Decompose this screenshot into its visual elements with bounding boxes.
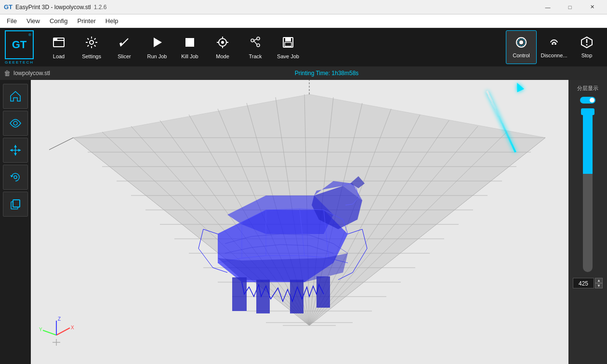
track-icon <box>249 36 262 52</box>
main-area: X Y Z 分层显示 425 <box>0 80 607 364</box>
svg-rect-2 <box>53 38 57 40</box>
svg-marker-37 <box>10 175 13 177</box>
maximize-button[interactable]: □ <box>559 0 581 14</box>
svg-point-13 <box>251 39 254 42</box>
app-logo: ® GT GEEETECH <box>5 30 34 65</box>
svg-point-3 <box>90 40 93 44</box>
sidebar-home-button[interactable] <box>3 84 28 109</box>
app-version: 1.2.6 <box>94 4 107 11</box>
disconnect-label: Disconne... <box>541 52 567 58</box>
svg-rect-82 <box>317 276 330 308</box>
viewport[interactable]: X Y Z <box>31 80 568 364</box>
svg-marker-34 <box>14 153 17 156</box>
svg-marker-35 <box>10 149 13 152</box>
svg-line-16 <box>254 39 257 40</box>
run-job-label: Run Job <box>147 53 167 59</box>
stop-icon <box>581 36 593 52</box>
svg-marker-33 <box>14 145 17 147</box>
layer-panel: 分层显示 425 ▲ ▼ <box>568 80 607 364</box>
svg-point-26 <box>554 43 556 45</box>
sidebar-view-button[interactable] <box>3 111 28 136</box>
load-label: Load <box>53 53 65 59</box>
sidebar-rotate-button[interactable] <box>3 165 28 190</box>
save-job-label: Save Job <box>277 53 299 59</box>
run-job-icon <box>150 36 164 52</box>
mode-button[interactable]: Mode <box>207 30 238 64</box>
settings-button[interactable]: Settings <box>76 30 107 64</box>
layer-slider[interactable] <box>583 108 593 272</box>
sidebar-move-button[interactable] <box>3 138 28 163</box>
settings-label: Settings <box>82 53 101 59</box>
svg-text:Y: Y <box>39 327 42 332</box>
svg-marker-36 <box>18 149 21 152</box>
svg-rect-20 <box>285 42 291 46</box>
file-tab-bar: 🗑 lowpolycow.stl Printing Time: 1h38m58s <box>0 66 607 80</box>
menu-file[interactable]: File <box>2 15 22 26</box>
svg-text:Z: Z <box>58 316 61 322</box>
menu-view[interactable]: View <box>22 15 45 26</box>
disconnect-button[interactable]: Disconne... <box>539 30 569 64</box>
load-icon <box>52 36 66 52</box>
minimize-button[interactable]: — <box>537 0 559 14</box>
menu-printer[interactable]: Printer <box>72 15 100 26</box>
mode-label: Mode <box>216 53 229 59</box>
svg-point-30 <box>13 121 17 125</box>
viewport-grid: X Y Z <box>31 80 568 364</box>
disconnect-icon <box>548 36 560 52</box>
kill-job-icon <box>183 36 197 52</box>
window-controls: — □ ✕ <box>537 0 603 14</box>
layer-value-display: 425 <box>573 278 594 288</box>
sidebar <box>0 80 31 364</box>
slicer-label: Slicer <box>118 53 131 59</box>
layer-panel-title: 分层显示 <box>577 85 598 92</box>
svg-point-38 <box>14 176 17 179</box>
save-job-button[interactable]: Save Job <box>273 30 304 64</box>
file-tab-icon: 🗑 <box>4 69 11 77</box>
run-job-button[interactable]: Run Job <box>142 30 172 64</box>
layer-increment-button[interactable]: ▲ <box>595 278 603 283</box>
layer-toggle[interactable] <box>580 97 595 104</box>
svg-point-15 <box>257 44 260 47</box>
svg-point-29 <box>586 44 588 46</box>
stop-button[interactable]: Stop <box>571 30 602 64</box>
logo-box: ® GT <box>5 30 34 59</box>
control-button[interactable]: Control <box>506 30 537 64</box>
layer-decrement-button[interactable]: ▼ <box>595 283 603 288</box>
logo-gt: GT <box>12 39 27 50</box>
svg-marker-5 <box>154 38 162 47</box>
track-button[interactable]: Track <box>240 30 271 64</box>
slicer-button[interactable]: Slicer <box>109 30 140 64</box>
kill-job-label: Kill Job <box>181 53 198 59</box>
layer-slider-thumb[interactable] <box>581 108 594 115</box>
file-tab-name: lowpolycow.stl <box>13 70 50 77</box>
track-label: Track <box>249 53 262 59</box>
menu-bar: File View Config Printer Help <box>0 14 607 28</box>
layer-value-area: 425 ▲ ▼ <box>573 278 603 288</box>
menu-config[interactable]: Config <box>45 15 73 26</box>
close-button[interactable]: ✕ <box>581 0 603 14</box>
slicer-icon <box>118 36 131 52</box>
app-icon: GT <box>4 3 13 11</box>
kill-job-button[interactable]: Kill Job <box>174 30 205 64</box>
svg-line-17 <box>254 41 257 44</box>
control-label: Control <box>513 52 529 58</box>
svg-point-14 <box>257 37 260 40</box>
stop-label: Stop <box>581 52 593 58</box>
mode-icon <box>216 36 229 52</box>
logo-reg: ® <box>28 33 31 37</box>
svg-point-25 <box>552 43 554 45</box>
svg-text:X: X <box>71 325 74 330</box>
save-job-icon <box>281 36 295 52</box>
print-time: Printing Time: 1h38m58s <box>50 70 603 77</box>
toolbar: ® GT GEEETECH Load Settings Slicer <box>0 28 607 66</box>
layer-spinner: ▲ ▼ <box>595 278 603 288</box>
sidebar-copy-button[interactable] <box>3 192 28 217</box>
svg-rect-40 <box>13 200 20 207</box>
load-button[interactable]: Load <box>43 30 74 64</box>
svg-rect-19 <box>285 38 291 41</box>
svg-rect-6 <box>185 38 194 47</box>
svg-point-8 <box>221 41 224 44</box>
menu-help[interactable]: Help <box>101 15 123 26</box>
logo-brand: GEEETECH <box>5 60 34 65</box>
svg-point-22 <box>519 40 523 44</box>
